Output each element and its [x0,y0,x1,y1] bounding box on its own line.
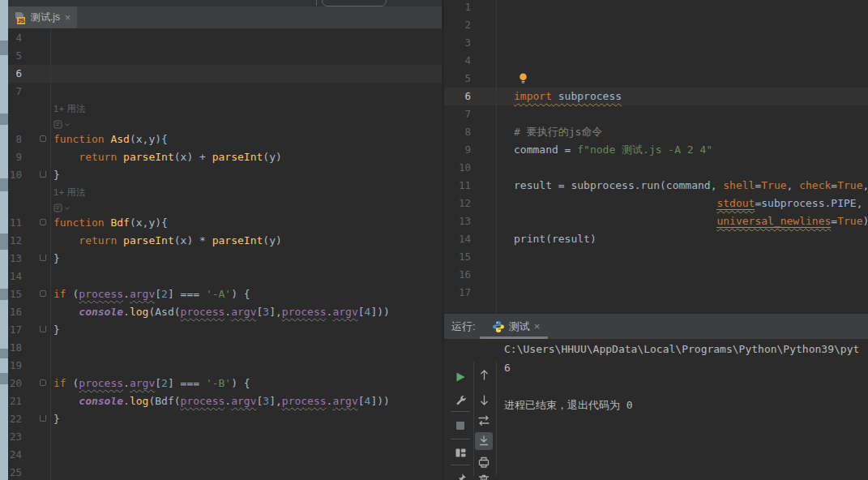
run-tab-close-icon[interactable]: × [534,320,541,332]
backdrop-mark [0,349,8,358]
code-line[interactable]: 13 universal_newlines=True). [444,212,868,230]
settings-wrench-icon[interactable] [453,392,468,407]
code-line[interactable]: 14 [8,268,442,285]
code-line[interactable]: 15if (process.argv[2] === '-A') { [8,285,442,303]
run-button[interactable] [453,370,468,384]
toolbar-divider [451,439,470,439]
code-line[interactable]: 10} [8,166,442,184]
line-number: 21 [8,392,22,410]
run-tab[interactable]: 测试 × [492,319,541,334]
restore-layout-icon[interactable] [453,445,468,460]
code-text [53,29,442,47]
code-line[interactable]: 2 [444,16,868,34]
gutter [471,195,508,212]
code-line[interactable]: 8# 要执行的js命令 [444,123,868,141]
code-line[interactable]: 9command = f"node 测试.js -A 2 4" [444,141,868,159]
intention-bulb-icon[interactable] [519,71,528,89]
code-line[interactable]: 16 [444,266,868,284]
code-line[interactable]: 21 console.log(Bdf(process.argv[3],proce… [8,392,442,410]
stop-button[interactable] [453,418,468,433]
code-line[interactable]: 14print(result) [444,230,868,248]
gutter [471,52,508,70]
code-line[interactable]: 4 [444,52,868,70]
inlay-usages-hint-row[interactable]: 1+ 用法 [8,184,442,200]
code-line[interactable]: 19 [8,357,442,375]
code-line[interactable]: 6import subprocess [444,88,868,105]
js-editor[interactable]: 45671+ 用法8function Asd(x,y){9 return par… [8,28,442,480]
code-text: return parseInt(x) * parseInt(y) [53,232,442,250]
python-icon [492,320,505,333]
fold-open-icon[interactable] [40,219,46,225]
code-line[interactable]: 25 [8,464,442,480]
line-number: 20 [8,375,22,392]
python-editor[interactable]: 123456import subprocess78# 要执行的js命令9comm… [444,0,868,313]
code-text: } [53,410,442,428]
code-line[interactable]: 18 [8,339,442,357]
fold-close-icon[interactable] [40,326,46,332]
code-line[interactable]: 17 [444,284,868,302]
code-line[interactable]: 22} [8,410,442,428]
code-line[interactable]: 12 stdout=subprocess.PIPE, s [444,195,868,212]
code-line[interactable]: 4 [8,29,442,47]
tab-js-file[interactable]: JS 测试.js × [8,6,77,28]
gutter [22,375,53,392]
code-line[interactable]: 23 [8,428,442,446]
inlay-icon-row[interactable] [8,200,442,214]
code-line[interactable]: 9 return parseInt(x) + parseInt(y) [8,148,442,166]
code-line[interactable]: 10 [444,159,868,177]
gutter [22,83,53,101]
gutter [22,184,53,200]
code-line[interactable]: 17} [8,321,442,339]
code-text: stdout=subprocess.PIPE, s [508,195,868,212]
code-line[interactable]: 5 [8,47,442,65]
gutter [471,141,508,159]
code-line[interactable]: 6 [8,65,442,83]
code-line[interactable]: 5 [444,70,868,88]
code-line[interactable]: 24 [8,446,442,464]
code-line[interactable]: 16 console.log(Asd(process.argv[3],proce… [8,303,442,321]
code-line[interactable]: 15 [444,248,868,266]
fold-close-icon[interactable] [40,255,46,261]
soft-wrap-icon[interactable] [477,414,491,428]
clear-trash-icon[interactable] [477,473,491,480]
code-line[interactable]: 8function Asd(x,y){ [8,131,442,148]
line-number: 24 [8,446,22,464]
code-line[interactable]: 1 [444,0,868,16]
code-line[interactable]: 7 [444,105,868,123]
tab-close-icon[interactable]: × [65,13,71,23]
fold-open-icon[interactable] [40,379,46,386]
pin-icon[interactable] [453,471,468,480]
print-icon[interactable] [477,455,491,469]
fold-close-icon[interactable] [40,171,46,178]
code-line[interactable]: 11function Bdf(x,y){ [8,214,442,232]
inlay-usages-hint-row[interactable]: 1+ 用法 [8,101,442,117]
fold-open-icon[interactable] [40,135,46,142]
code-line[interactable]: 20if (process.argv[2] === '-B') { [8,375,442,392]
fold-open-icon[interactable] [40,290,46,297]
usages-inlay-link[interactable]: 1+ 用法 [53,101,442,117]
code-text [53,65,442,83]
line-number: 5 [8,47,22,65]
gutter [22,464,53,480]
up-arrow-icon[interactable] [477,367,491,382]
code-line[interactable]: 12 return parseInt(x) * parseInt(y) [8,232,442,250]
line-number: 14 [8,268,22,285]
code-line[interactable]: 13} [8,250,442,268]
usages-inlay-link[interactable]: 1+ 用法 [53,184,442,200]
code-line[interactable]: 11result = subprocess.run(command, shell… [444,177,868,195]
code-line[interactable]: 7 [8,83,442,101]
code-line[interactable]: 3 [444,34,868,52]
toolbar-divider [451,411,470,412]
line-number: 5 [450,70,471,88]
line-number: 1 [450,0,471,16]
left-editor-pane: JS 测试.js × 45671+ 用法8function Asd(x,y){9… [8,0,442,480]
scroll-to-end-icon[interactable] [475,432,493,450]
down-arrow-icon[interactable] [477,392,491,407]
line-number: 4 [450,52,471,70]
inlay-icon-row[interactable] [8,117,442,131]
code-vision-icon[interactable] [53,117,442,131]
fold-close-icon[interactable] [40,415,46,422]
code-vision-icon[interactable] [53,200,442,214]
line-number: 18 [8,339,22,357]
code-text [508,16,868,34]
